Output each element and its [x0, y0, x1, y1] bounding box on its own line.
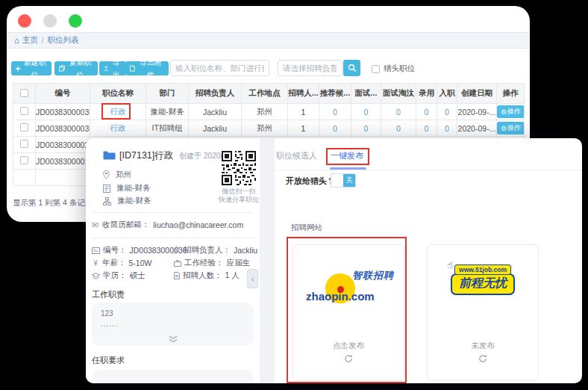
stage-count[interactable]: 0 [364, 108, 369, 117]
stage-count[interactable]: 0 [445, 108, 449, 117]
owner-select[interactable] [278, 60, 343, 76]
gear-icon: ⚙ [501, 108, 507, 116]
job-name-link[interactable]: 行政 [110, 107, 126, 116]
field-headcount: 招聘人数：1 人 [174, 270, 240, 281]
export-button[interactable]: 导出 [99, 61, 126, 75]
column-header: 入职 [437, 84, 457, 104]
row-actions-button[interactable]: ⚙操作 [497, 105, 525, 118]
stage-count[interactable]: 0 [445, 124, 449, 133]
column-header: 编号 [36, 84, 90, 104]
table-cell: 郑州 [242, 104, 288, 120]
duty-section-title: 工作职责 [92, 289, 125, 300]
table-cell: JD00383000035 [36, 120, 90, 137]
department-icon [103, 185, 110, 193]
hand-icon: ☝ [447, 259, 453, 270]
table-cell: 0 [416, 104, 437, 120]
divider [92, 212, 254, 213]
refresh-icon[interactable] [478, 354, 487, 363]
export-attachments-button[interactable]: 导出附件 [125, 61, 169, 75]
headhunt-checkbox[interactable] [372, 65, 380, 73]
duty-text-line1: 123 [101, 309, 113, 318]
toggle-off-label: 关 [343, 174, 355, 187]
stage-count[interactable]: 0 [333, 108, 337, 117]
new-job-button[interactable]: 新建职位 [11, 61, 51, 75]
copy-job-button[interactable]: 复制职位 [54, 61, 98, 75]
search-input[interactable] [170, 60, 269, 76]
column-header: 创建日期 [457, 84, 497, 104]
row-checkbox[interactable] [20, 156, 28, 164]
zhaopin-dot-icon [337, 286, 344, 293]
column-header: 部门 [146, 84, 189, 104]
stage-count[interactable]: 0 [364, 124, 369, 133]
search-icon [348, 64, 357, 72]
tab-one-click-publish[interactable]: 一键发布 [331, 150, 363, 161]
job-team: 豫能-财务 [103, 196, 151, 206]
row-checkbox[interactable] [20, 107, 28, 115]
mail-icon: ✉ [92, 220, 98, 230]
refresh-icon[interactable] [344, 354, 353, 363]
headhunt-toggle[interactable]: 关 [331, 173, 356, 188]
table-cell: Jackliu [189, 104, 242, 120]
column-header: 工作地点 [242, 84, 288, 104]
table-header-row: 编号职位名称部门招聘负责人工作地点招聘人...推荐候...面试...面试淘汰录用… [13, 84, 525, 104]
select-all-header [13, 84, 36, 104]
table-cell: 0 [319, 104, 351, 120]
51job-url-ribbon: ☝ www.51job.com [454, 264, 511, 275]
job-department: 豫能-财务 [103, 183, 151, 194]
field-education: 学历：硕士 [92, 270, 146, 281]
traffic-light-minimize-button[interactable] [43, 14, 57, 28]
duty-card: 123 ...... [92, 303, 254, 346]
stage-count[interactable]: 0 [396, 124, 401, 133]
table-cell [13, 170, 36, 186]
column-header: 面试淘汰 [381, 84, 416, 104]
table-cell: 0 [437, 104, 457, 120]
stage-count: 1 [301, 108, 306, 117]
table-cell: Jackliu [189, 120, 242, 137]
resume-email: liuchao@chinacareer.com [153, 220, 243, 229]
51job-publish-status: 未发布 [428, 341, 538, 351]
search-button[interactable] [343, 60, 360, 76]
row-checkbox[interactable] [20, 123, 28, 131]
row-actions-button[interactable]: ⚙操作 [497, 122, 525, 134]
table-cell: JD00383000025 [36, 137, 90, 153]
site-card-zhaopin[interactable]: 智联招聘 zhaopin.com 点击发布 [293, 244, 404, 381]
column-header: 招聘负责人 [189, 84, 242, 104]
stage-count[interactable]: 0 [425, 124, 429, 133]
detail-tabs [275, 138, 582, 170]
org-chart-icon [103, 197, 111, 205]
screenshot-stage: ⌂ 主页 / 职位列表 新建职位 复制职位 导出 导出附件 [0, 0, 588, 390]
stage-count[interactable]: 0 [333, 124, 337, 133]
traffic-light-close-button[interactable] [18, 14, 31, 28]
divider [92, 238, 254, 238]
person-icon [174, 247, 181, 254]
select-all-checkbox[interactable] [20, 89, 28, 97]
id-card-icon [92, 247, 100, 254]
folder-icon [103, 150, 116, 160]
file-icon [130, 65, 135, 72]
resume-email-row: ✉ 收简历邮箱：liuchao@chinacareer.com [92, 220, 243, 230]
traffic-light-zoom-button[interactable] [69, 14, 82, 28]
table-cell: 0 [351, 104, 381, 120]
collapse-panel-button[interactable]: ‹ [247, 269, 258, 288]
duty-text-line2: ...... [101, 320, 118, 328]
table-cell: 2020-09-... [457, 120, 497, 137]
table-cell: 0 [319, 120, 351, 137]
breadcrumb: ⌂ 主页 / 职位列表 [7, 32, 530, 49]
tab-candidates[interactable]: 职位候选人 [276, 150, 317, 161]
breadcrumb-home-link[interactable]: 主页 [22, 35, 38, 46]
active-tab-underline [330, 167, 366, 170]
site-card-51job[interactable]: ☝ www.51job.com 前程无忧 未发布 [427, 244, 539, 381]
field-salary: ¥ 年薪：5-10W [92, 258, 151, 268]
row-checkbox[interactable] [20, 140, 28, 148]
stage-count[interactable]: 0 [425, 108, 429, 117]
job-name-link[interactable]: 行政 [110, 123, 126, 132]
panel-divider [260, 138, 275, 383]
expand-chevron-icon[interactable] [168, 335, 178, 343]
field-job-id: 编号：JD00383000036 [92, 245, 187, 256]
zhaopin-publish-status[interactable]: 点击发布 [293, 341, 404, 351]
stage-count[interactable]: 0 [396, 108, 401, 117]
stage-count: 1 [301, 124, 306, 133]
table-cell: 0 [416, 120, 437, 137]
table-cell: 1 [288, 104, 319, 120]
table-cell: JD00383000019 [36, 153, 90, 170]
